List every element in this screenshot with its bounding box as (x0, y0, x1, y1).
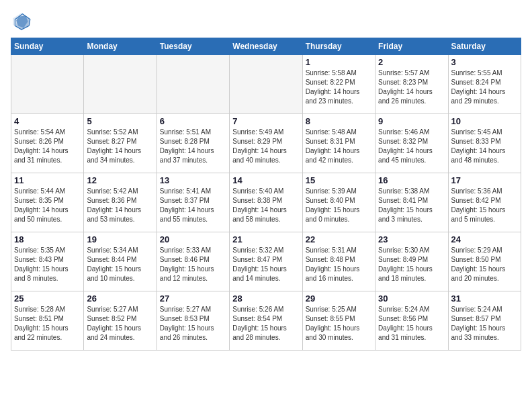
day-info: Sunrise: 5:54 AM Sunset: 8:26 PM Dayligh… (14, 128, 81, 165)
calendar-cell: 10Sunrise: 5:45 AM Sunset: 8:33 PM Dayli… (448, 114, 521, 173)
calendar-cell: 28Sunrise: 5:26 AM Sunset: 8:54 PM Dayli… (230, 291, 302, 351)
day-number: 21 (232, 234, 299, 244)
day-info: Sunrise: 5:40 AM Sunset: 8:38 PM Dayligh… (232, 187, 299, 224)
day-header-thursday: Thursday (302, 38, 375, 55)
calendar-cell: 30Sunrise: 5:24 AM Sunset: 8:56 PM Dayli… (375, 291, 448, 351)
day-number: 13 (160, 175, 226, 185)
day-number: 12 (87, 175, 153, 185)
day-number: 2 (378, 57, 445, 67)
day-info: Sunrise: 5:41 AM Sunset: 8:37 PM Dayligh… (160, 187, 226, 224)
day-header-saturday: Saturday (448, 38, 521, 55)
day-number: 23 (378, 234, 445, 244)
day-number: 18 (14, 234, 81, 244)
calendar-cell: 26Sunrise: 5:27 AM Sunset: 8:52 PM Dayli… (84, 291, 157, 351)
day-info: Sunrise: 5:24 AM Sunset: 8:56 PM Dayligh… (378, 305, 445, 342)
header-area (11, 11, 521, 32)
calendar-cell: 8Sunrise: 5:48 AM Sunset: 8:31 PM Daylig… (302, 114, 375, 173)
day-info: Sunrise: 5:39 AM Sunset: 8:40 PM Dayligh… (306, 187, 372, 224)
day-number: 20 (160, 234, 226, 244)
day-info: Sunrise: 5:57 AM Sunset: 8:23 PM Dayligh… (378, 68, 445, 106)
day-number: 25 (14, 293, 81, 304)
calendar-cell: 18Sunrise: 5:35 AM Sunset: 8:43 PM Dayli… (11, 232, 84, 291)
day-info: Sunrise: 5:30 AM Sunset: 8:49 PM Dayligh… (378, 246, 445, 283)
day-number: 24 (451, 234, 518, 244)
day-number: 6 (160, 116, 226, 126)
day-header-monday: Monday (84, 38, 157, 55)
calendar-cell: 3Sunrise: 5:55 AM Sunset: 8:24 PM Daylig… (448, 55, 521, 114)
calendar-cell: 2Sunrise: 5:57 AM Sunset: 8:23 PM Daylig… (375, 55, 448, 114)
calendar-cell: 15Sunrise: 5:39 AM Sunset: 8:40 PM Dayli… (302, 173, 375, 232)
day-header-wednesday: Wednesday (230, 38, 302, 55)
day-number: 5 (87, 116, 153, 126)
day-number: 17 (451, 175, 518, 185)
day-info: Sunrise: 5:32 AM Sunset: 8:47 PM Dayligh… (232, 246, 299, 283)
day-number: 22 (306, 234, 372, 244)
day-info: Sunrise: 5:35 AM Sunset: 8:43 PM Dayligh… (14, 246, 81, 283)
day-info: Sunrise: 5:48 AM Sunset: 8:31 PM Dayligh… (306, 128, 372, 165)
calendar-cell: 25Sunrise: 5:28 AM Sunset: 8:51 PM Dayli… (11, 291, 84, 351)
day-number: 8 (306, 116, 372, 126)
day-info: Sunrise: 5:33 AM Sunset: 8:46 PM Dayligh… (160, 246, 226, 283)
calendar-cell: 17Sunrise: 5:36 AM Sunset: 8:42 PM Dayli… (448, 173, 521, 232)
day-number: 3 (451, 57, 518, 67)
calendar-cell (84, 55, 157, 114)
calendar-cell: 23Sunrise: 5:30 AM Sunset: 8:49 PM Dayli… (375, 232, 448, 291)
day-info: Sunrise: 5:51 AM Sunset: 8:28 PM Dayligh… (160, 128, 226, 165)
day-number: 9 (378, 116, 445, 126)
day-number: 7 (232, 116, 299, 126)
day-info: Sunrise: 5:49 AM Sunset: 8:29 PM Dayligh… (232, 128, 299, 165)
day-info: Sunrise: 5:52 AM Sunset: 8:27 PM Dayligh… (87, 128, 153, 165)
week-row-2: 4Sunrise: 5:54 AM Sunset: 8:26 PM Daylig… (11, 114, 521, 173)
day-info: Sunrise: 5:44 AM Sunset: 8:35 PM Dayligh… (14, 187, 81, 224)
day-number: 30 (378, 293, 445, 304)
day-info: Sunrise: 5:31 AM Sunset: 8:48 PM Dayligh… (306, 246, 372, 283)
logo-icon (11, 11, 32, 32)
day-number: 19 (87, 234, 153, 244)
calendar-cell: 13Sunrise: 5:41 AM Sunset: 8:37 PM Dayli… (157, 173, 229, 232)
calendar-cell: 27Sunrise: 5:27 AM Sunset: 8:53 PM Dayli… (157, 291, 229, 351)
week-row-3: 11Sunrise: 5:44 AM Sunset: 8:35 PM Dayli… (11, 173, 521, 232)
day-header-tuesday: Tuesday (157, 38, 229, 55)
calendar-cell: 20Sunrise: 5:33 AM Sunset: 8:46 PM Dayli… (157, 232, 229, 291)
day-info: Sunrise: 5:55 AM Sunset: 8:24 PM Dayligh… (451, 68, 518, 106)
day-number: 16 (378, 175, 445, 185)
header-row: SundayMondayTuesdayWednesdayThursdayFrid… (11, 38, 521, 55)
day-info: Sunrise: 5:28 AM Sunset: 8:51 PM Dayligh… (14, 305, 81, 342)
week-row-1: 1Sunrise: 5:58 AM Sunset: 8:22 PM Daylig… (11, 55, 521, 114)
calendar-cell: 31Sunrise: 5:24 AM Sunset: 8:57 PM Dayli… (448, 291, 521, 351)
day-info: Sunrise: 5:27 AM Sunset: 8:53 PM Dayligh… (160, 305, 226, 342)
day-number: 27 (160, 293, 226, 304)
day-number: 26 (87, 293, 153, 304)
day-number: 14 (232, 175, 299, 185)
day-info: Sunrise: 5:25 AM Sunset: 8:55 PM Dayligh… (306, 305, 372, 342)
calendar-cell: 11Sunrise: 5:44 AM Sunset: 8:35 PM Dayli… (11, 173, 84, 232)
day-number: 10 (451, 116, 518, 126)
calendar-cell: 4Sunrise: 5:54 AM Sunset: 8:26 PM Daylig… (11, 114, 84, 173)
day-info: Sunrise: 5:24 AM Sunset: 8:57 PM Dayligh… (451, 305, 518, 342)
day-info: Sunrise: 5:42 AM Sunset: 8:36 PM Dayligh… (87, 187, 153, 224)
calendar-cell: 9Sunrise: 5:46 AM Sunset: 8:32 PM Daylig… (375, 114, 448, 173)
calendar-cell (230, 55, 302, 114)
calendar-cell: 1Sunrise: 5:58 AM Sunset: 8:22 PM Daylig… (302, 55, 375, 114)
day-number: 28 (232, 293, 299, 304)
day-info: Sunrise: 5:38 AM Sunset: 8:41 PM Dayligh… (378, 187, 445, 224)
week-row-4: 18Sunrise: 5:35 AM Sunset: 8:43 PM Dayli… (11, 232, 521, 291)
day-info: Sunrise: 5:45 AM Sunset: 8:33 PM Dayligh… (451, 128, 518, 165)
day-header-sunday: Sunday (11, 38, 84, 55)
day-number: 11 (14, 175, 81, 185)
day-number: 1 (306, 57, 372, 67)
day-info: Sunrise: 5:26 AM Sunset: 8:54 PM Dayligh… (232, 305, 299, 342)
calendar-cell: 21Sunrise: 5:32 AM Sunset: 8:47 PM Dayli… (230, 232, 302, 291)
logo (11, 11, 35, 32)
day-info: Sunrise: 5:29 AM Sunset: 8:50 PM Dayligh… (451, 246, 518, 283)
calendar-cell: 29Sunrise: 5:25 AM Sunset: 8:55 PM Dayli… (302, 291, 375, 351)
calendar-cell (11, 55, 84, 114)
day-number: 15 (306, 175, 372, 185)
day-info: Sunrise: 5:34 AM Sunset: 8:44 PM Dayligh… (87, 246, 153, 283)
calendar-cell: 14Sunrise: 5:40 AM Sunset: 8:38 PM Dayli… (230, 173, 302, 232)
day-info: Sunrise: 5:58 AM Sunset: 8:22 PM Dayligh… (306, 68, 372, 106)
day-number: 4 (14, 116, 81, 126)
calendar-cell (157, 55, 229, 114)
calendar-cell: 22Sunrise: 5:31 AM Sunset: 8:48 PM Dayli… (302, 232, 375, 291)
calendar-cell: 16Sunrise: 5:38 AM Sunset: 8:41 PM Dayli… (375, 173, 448, 232)
